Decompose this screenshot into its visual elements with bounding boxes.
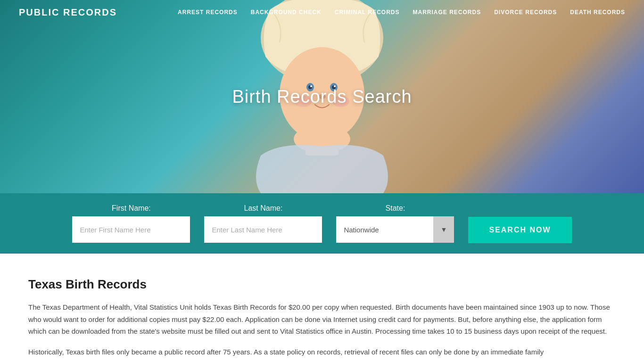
hero-title: Birth Records Search [232, 87, 412, 107]
nav-background-check[interactable]: BACKGROUND CHECK [251, 9, 322, 16]
nav-marriage-records[interactable]: MARRIAGE RECORDS [413, 9, 481, 16]
state-field: State: NationwideAlabamaAlaskaArizonaArk… [336, 204, 454, 243]
last-name-input[interactable] [204, 216, 322, 243]
state-select[interactable]: NationwideAlabamaAlaskaArizonaArkansasCa… [336, 216, 454, 243]
content-paragraph-1: The Texas Department of Health, Vital St… [28, 301, 616, 337]
first-name-field: First Name: [72, 204, 190, 243]
nav-criminal-records[interactable]: CRIMINAL RECORDS [335, 9, 400, 16]
search-now-button[interactable]: SEARCH NOW [468, 217, 571, 243]
hero-content: Birth Records Search [232, 87, 412, 107]
site-header: PUBLIC RECORDS ARREST RECORDS BACKGROUND… [0, 0, 644, 25]
state-select-wrapper: NationwideAlabamaAlaskaArizonaArkansasCa… [336, 216, 454, 243]
content-section: Texas Birth Records The Texas Department… [0, 254, 644, 362]
first-name-input[interactable] [72, 216, 190, 243]
content-heading: Texas Birth Records [28, 277, 616, 292]
hero-section: Birth Records Search [0, 0, 644, 193]
last-name-field: Last Name: [204, 204, 322, 243]
search-bar: First Name: Last Name: State: Nationwide… [0, 193, 644, 254]
last-name-label: Last Name: [204, 204, 322, 213]
site-logo: PUBLIC RECORDS [19, 7, 117, 18]
nav-arrest-records[interactable]: ARREST RECORDS [178, 9, 238, 16]
nav-death-records[interactable]: DEATH RECORDS [570, 9, 625, 16]
nav-divorce-records[interactable]: DIVORCE RECORDS [494, 9, 557, 16]
first-name-label: First Name: [72, 204, 190, 213]
content-paragraph-2: Historically, Texas birth files only bec… [28, 346, 616, 358]
main-nav: ARREST RECORDS BACKGROUND CHECK CRIMINAL… [178, 9, 625, 16]
state-label: State: [336, 204, 454, 213]
